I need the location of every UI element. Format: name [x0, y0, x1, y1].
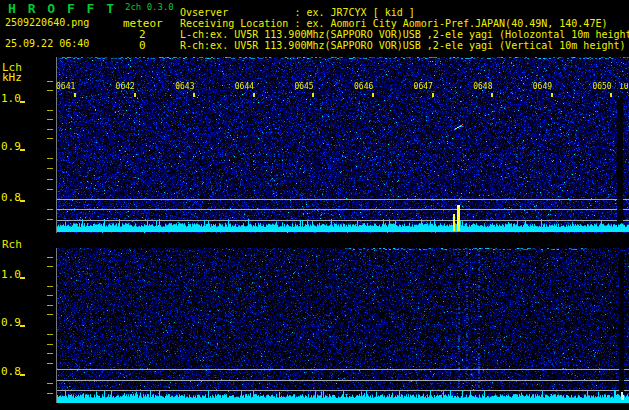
- rch-freq-minor-tick: [47, 344, 53, 345]
- lch-freq-label-0.9: 0.9: [1, 141, 21, 152]
- lch-freq-major-tick: [20, 200, 25, 202]
- receiving-location-line: Receiving Location : ex. Aomori City Aom…: [180, 19, 607, 29]
- rch-freq-label-0.9: 0.9: [1, 317, 21, 328]
- rch-spectrogram-canvas: [57, 248, 629, 403]
- time-tick-0650: [610, 93, 612, 97]
- lch-freq-minor-tick: [47, 179, 53, 180]
- lch-freq-minor-tick: [47, 158, 53, 159]
- rch-freq-major-tick: [20, 277, 25, 279]
- rch-channel-label: Rch: [2, 239, 22, 250]
- meteor-count-rch: 0: [139, 40, 146, 51]
- time-tick-0649: [551, 93, 553, 97]
- lch-freq-minor-tick: [47, 110, 53, 111]
- lch-receiver-line: L-ch:ex. UV5R 113.900Mhz(SAPPORO VOR)USB…: [180, 30, 629, 40]
- lch-freq-label-0.8: 0.8: [1, 192, 21, 203]
- lch-freq-label-1.0: 1.0: [1, 93, 21, 104]
- time-label-0644: 0644: [235, 83, 254, 91]
- app-version: 2ch 0.3.0: [125, 3, 174, 12]
- output-filename: 2509220640.png: [5, 18, 89, 28]
- time-label-edge-fragment: 10: [619, 83, 628, 91]
- rch-freq-minor-tick: [47, 383, 53, 384]
- time-tick-0645: [312, 93, 314, 97]
- time-label-0650: 0650: [592, 83, 611, 91]
- rch-freq-label-0.8: 0.8: [1, 366, 21, 377]
- rch-freq-minor-tick: [47, 305, 53, 306]
- datetime-stamp: 25.09.22 06:40: [5, 39, 89, 49]
- time-label-0647: 0647: [414, 83, 433, 91]
- rch-freq-minor-tick: [47, 314, 53, 315]
- rch-freq-label-1.0: 1.0: [1, 269, 21, 280]
- observer-line: Ovserver : ex. JR7CYX [ kid ]: [180, 8, 415, 18]
- lch-freq-minor-tick: [47, 168, 53, 169]
- lch-freq-minor-tick: [47, 119, 53, 120]
- rch-freq-minor-tick: [47, 286, 53, 287]
- rch-freq-minor-tick: [47, 353, 53, 354]
- lch-freq-minor-tick: [47, 189, 53, 190]
- lch-freq-major-tick: [20, 101, 25, 103]
- time-tick-0641: [74, 93, 76, 97]
- lch-freq-minor-tick: [47, 219, 53, 220]
- rch-freq-minor-tick: [47, 266, 53, 267]
- time-label-0649: 0649: [533, 83, 552, 91]
- time-label-0648: 0648: [473, 83, 492, 91]
- time-label-0643: 0643: [175, 83, 194, 91]
- rch-freq-major-tick: [20, 325, 25, 327]
- time-label-0645: 0645: [294, 83, 313, 91]
- rch-freq-minor-tick: [47, 363, 53, 364]
- rch-freq-major-tick: [20, 374, 25, 376]
- time-tick-0644: [253, 93, 255, 97]
- time-tick-0643: [193, 93, 195, 97]
- lch-freq-minor-tick: [47, 81, 53, 82]
- time-tick-0642: [134, 93, 136, 97]
- app-title: H R O F F T: [8, 2, 116, 15]
- rch-freq-minor-tick: [47, 295, 53, 296]
- rch-freq-minor-tick: [47, 257, 53, 258]
- lch-freq-minor-tick: [47, 138, 53, 139]
- lch-freq-minor-tick: [47, 209, 53, 210]
- time-tick-0646: [372, 93, 374, 97]
- lch-freq-minor-tick: [47, 129, 53, 130]
- time-tick-0648: [491, 93, 493, 97]
- time-label-0641: 0641: [56, 83, 75, 91]
- time-tick-0647: [432, 93, 434, 97]
- lch-freq-major-tick: [20, 149, 25, 151]
- hrofft-screen: H R O F F T 2ch 0.3.0 2509220640.png 25.…: [0, 0, 629, 410]
- rch-freq-minor-tick: [47, 334, 53, 335]
- rch-freq-minor-tick: [47, 393, 53, 394]
- lch-freq-minor-tick: [47, 90, 53, 91]
- lch-unit-label: kHz: [2, 72, 22, 83]
- time-label-0642: 0642: [116, 83, 135, 91]
- time-label-0646: 0646: [354, 83, 373, 91]
- rch-receiver-line: R-ch:ex. UV5R 113.900Mhz(SAPPORO VOR)USB…: [180, 41, 626, 51]
